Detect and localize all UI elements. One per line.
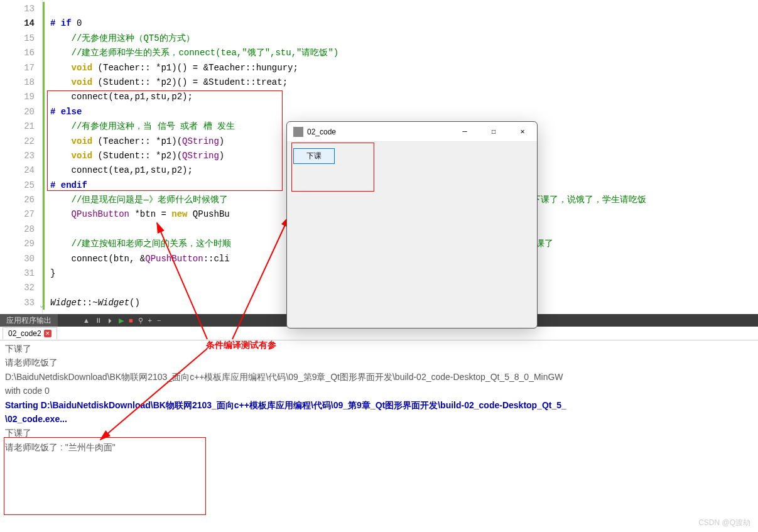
output-line: D:\BaiduNetdiskDownload\BK物联网2103_面向c++模… bbox=[5, 370, 753, 384]
output-tab[interactable]: 02_code2 ✕ bbox=[3, 327, 57, 339]
line-number: 22 bbox=[0, 134, 42, 149]
close-button[interactable]: ✕ bbox=[508, 122, 537, 141]
plus-icon[interactable]: + bbox=[148, 317, 152, 324]
line-number: 25 bbox=[0, 178, 42, 193]
line-number: 21 bbox=[0, 119, 42, 134]
line-number: 16 bbox=[0, 46, 42, 60]
close-icon[interactable]: ✕ bbox=[44, 330, 51, 337]
qt-body: 下课 bbox=[287, 142, 537, 170]
code-line: # else bbox=[50, 105, 758, 119]
minimize-button[interactable]: — bbox=[450, 122, 479, 141]
class-over-button[interactable]: 下课 bbox=[293, 148, 335, 164]
output-line: \02_code.exe... bbox=[5, 412, 753, 426]
stop-icon[interactable]: ■ bbox=[129, 317, 133, 324]
code-line: void (Teacher:: *p1)() = &Teacher::hungu… bbox=[50, 61, 758, 75]
qt-window[interactable]: 02_code — ☐ ✕ 下课 bbox=[286, 121, 538, 328]
maximize-button[interactable]: ☐ bbox=[479, 122, 508, 141]
watermark: CSDN @Q渡劫 bbox=[698, 518, 750, 528]
pause-icon[interactable]: ⏸ bbox=[95, 317, 102, 324]
line-number: 13 bbox=[0, 2, 42, 16]
line-number: 14 bbox=[0, 16, 42, 31]
code-line bbox=[50, 2, 758, 16]
line-number: 15 bbox=[0, 31, 42, 46]
window-buttons: — ☐ ✕ bbox=[450, 122, 537, 141]
output-line: Starting D:\BaiduNetdiskDownload\BK物联网21… bbox=[5, 398, 753, 412]
filter-icon[interactable]: ⚲ bbox=[138, 317, 143, 325]
line-number: 18 bbox=[0, 75, 42, 90]
line-number: 19 bbox=[0, 90, 42, 104]
tab-label: 02_code2 bbox=[8, 329, 41, 338]
qt-titlebar[interactable]: 02_code — ☐ ✕ bbox=[287, 122, 537, 142]
line-number: 23 bbox=[0, 149, 42, 163]
run-icon[interactable]: ▲ bbox=[83, 317, 90, 324]
output-line: 请老师吃饭了 : "兰州牛肉面" bbox=[5, 440, 753, 454]
line-number: 30 bbox=[0, 252, 42, 266]
line-number: 27 bbox=[0, 207, 42, 222]
output-line: 下课了 bbox=[5, 342, 753, 356]
app-icon bbox=[293, 127, 303, 137]
output-tabs: 02_code2 ✕ bbox=[0, 327, 758, 340]
line-number: 32 bbox=[0, 281, 42, 295]
output-line: 下课了 bbox=[5, 426, 753, 440]
output-panel-title: 应用程序输出 bbox=[0, 314, 58, 327]
code-line: # if 0 bbox=[50, 16, 758, 31]
output-line: 请老师吃饭了 bbox=[5, 356, 753, 369]
code-line: connect(tea,p1,stu,p2); bbox=[50, 90, 758, 104]
line-number: 31 bbox=[0, 266, 42, 281]
line-number: 29 bbox=[0, 237, 42, 251]
line-number: 24 bbox=[0, 163, 42, 178]
step-icon[interactable]: ⏵ bbox=[107, 317, 114, 324]
minus-icon[interactable]: − bbox=[157, 317, 161, 324]
line-number: 28 bbox=[0, 222, 42, 237]
code-line: //无参使用这种（QT5的方式） bbox=[50, 31, 758, 46]
output-toolbar: ▲ ⏸ ⏵ ▶ ■ ⚲ + − bbox=[58, 317, 161, 325]
code-line: void (Student:: *p2)() = &Student::treat… bbox=[50, 75, 758, 90]
code-line: //建立老师和学生的关系，connect(tea,"饿了",stu,"请吃饭") bbox=[50, 46, 758, 60]
output-panel: 应用程序输出 ▲ ⏸ ⏵ ▶ ■ ⚲ + − 02_code2 ✕ 下课了 请老… bbox=[0, 314, 758, 532]
line-gutter: 13 14 15 16 17 18 19 20 21 22 23 24 25 2… bbox=[0, 0, 43, 314]
output-line: with code 0 bbox=[5, 384, 753, 398]
play-icon[interactable]: ▶ bbox=[119, 317, 124, 325]
line-number: 17 bbox=[0, 61, 42, 75]
line-number: 26 bbox=[0, 193, 42, 207]
line-number: 20 bbox=[0, 105, 42, 119]
qt-window-title: 02_code bbox=[307, 128, 450, 136]
line-number: 33⌄ bbox=[0, 296, 42, 310]
annotation-text: 条件编译测试有参 bbox=[206, 340, 276, 351]
output-body[interactable]: 下课了 请老师吃饭了 D:\BaiduNetdiskDownload\BK物联网… bbox=[0, 340, 758, 532]
